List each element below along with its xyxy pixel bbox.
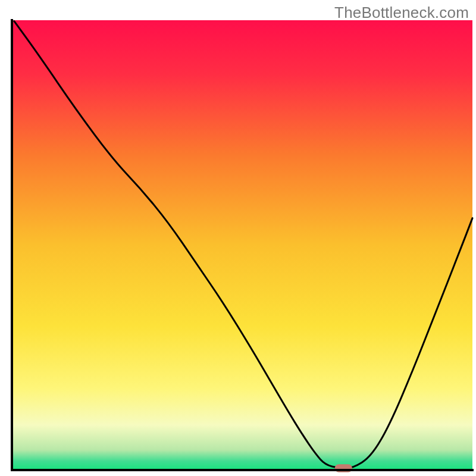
watermark-text: TheBottleneck.com <box>334 4 469 22</box>
gradient-background <box>12 20 472 470</box>
plot-area <box>12 20 472 472</box>
chart-container: TheBottleneck.com <box>0 0 476 476</box>
bottleneck-chart <box>0 0 476 476</box>
